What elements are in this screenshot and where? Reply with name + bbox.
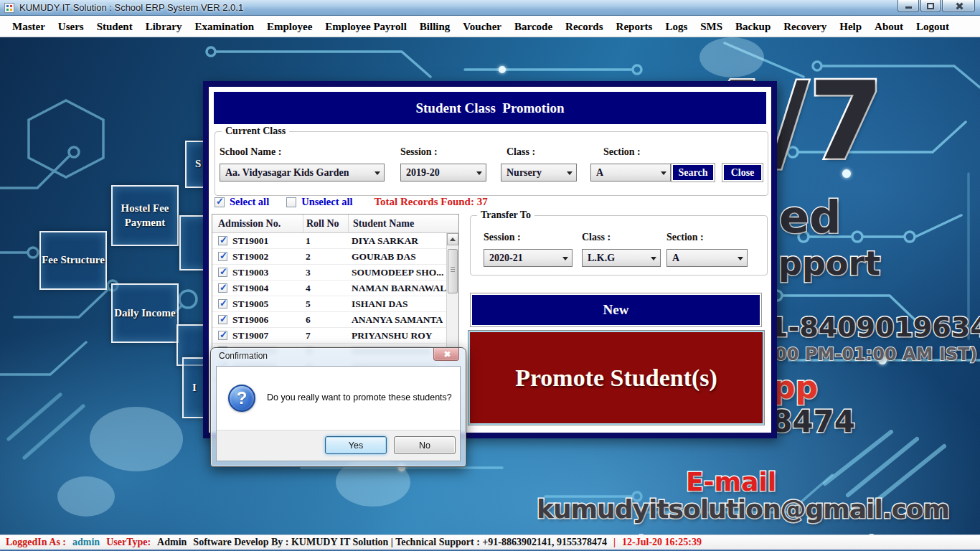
row-checkbox[interactable] (218, 331, 227, 340)
table-row[interactable]: ST19003 3 SOUMODEEP SHO... (212, 265, 448, 281)
menu-backup[interactable]: Backup (729, 16, 777, 37)
status-bar: LoggedIn As : admin UserType: Admin Soft… (0, 534, 980, 550)
roll-no: 3 (303, 267, 347, 278)
tile-hostel-fee-payment[interactable]: Hostel Fee Payment (111, 185, 179, 246)
status-separator: | (613, 537, 616, 548)
menu-logs[interactable]: Logs (659, 16, 694, 37)
section-value: A (596, 167, 603, 179)
transfer-section-dropdown[interactable]: A (666, 249, 748, 267)
logged-in-value: admin (72, 537, 100, 548)
menu-library[interactable]: Library (139, 16, 189, 37)
class-label: Class : (507, 146, 535, 158)
logged-in-label: LoggedIn As : (6, 537, 66, 548)
session-value: 2019-20 (406, 167, 440, 179)
menu-billing[interactable]: Billing (413, 16, 457, 37)
search-button[interactable]: Search (671, 163, 715, 182)
app-icon (4, 3, 14, 13)
table-row[interactable]: ST19004 4 NAMAN BARNAWAL (212, 281, 448, 296)
menu-help[interactable]: Help (833, 16, 868, 37)
close-icon (443, 351, 450, 357)
close-icon (955, 2, 963, 10)
menu-employee[interactable]: Employee (260, 16, 319, 37)
school-name-dropdown[interactable]: Aa. Vidyasagar Kids Garden (220, 164, 385, 182)
session-label: Session : (400, 146, 438, 158)
confirmation-dialog: Confirmation Do you really want to promo… (210, 347, 466, 467)
menu-reports[interactable]: Reports (610, 16, 659, 37)
background-whatsapp-fragment: pp (773, 372, 818, 403)
table-row[interactable]: ST19001 1 DIYA SARKAR (212, 233, 448, 249)
roll-no: 5 (303, 298, 347, 310)
session-dropdown[interactable]: 2019-20 (400, 164, 486, 182)
table-row[interactable]: ST19005 5 ISHANI DAS (212, 296, 448, 312)
menu-sms[interactable]: SMS (694, 16, 729, 37)
menu-voucher[interactable]: Voucher (456, 16, 508, 37)
table-row[interactable]: ST19002 2 GOURAB DAS (212, 249, 448, 265)
menu-student[interactable]: Student (90, 16, 139, 37)
scroll-up-icon[interactable] (447, 233, 458, 245)
roll-no: 6 (303, 314, 347, 326)
new-button[interactable]: New (470, 293, 762, 327)
promote-students-button[interactable]: Promote Student(s) (468, 331, 764, 425)
menu-employee-payroll[interactable]: Employee Payroll (319, 16, 413, 37)
chevron-down-icon (559, 250, 572, 266)
application-window: KUMUDY IT Solution : School ERP System V… (0, 0, 980, 551)
row-checkbox[interactable] (218, 236, 227, 245)
row-checkbox[interactable] (218, 268, 227, 277)
no-button[interactable]: No (394, 436, 456, 454)
tile-fee-structure[interactable]: Fee Structure (39, 231, 107, 290)
admission-no: ST19007 (232, 330, 268, 342)
unselect-all-checkbox[interactable] (286, 197, 296, 207)
class-value: Nursery (507, 167, 542, 179)
dialog-title: Student Class Promotion (214, 92, 766, 124)
admission-no: ST19001 (232, 235, 268, 247)
menu-about[interactable]: About (868, 16, 910, 37)
row-checkbox[interactable] (218, 252, 227, 261)
roll-no: 7 (303, 330, 347, 342)
current-class-group: Current Class School Name : Session : Cl… (215, 131, 768, 196)
maximize-button[interactable] (920, 0, 941, 12)
menu-barcode[interactable]: Barcode (508, 16, 559, 37)
yes-button[interactable]: Yes (325, 436, 387, 454)
transfer-section-label: Section : (666, 232, 704, 243)
transfer-session-value: 2020-21 (489, 253, 523, 264)
menu-logout[interactable]: Logout (910, 16, 956, 37)
transfer-class-label: Class : (582, 232, 611, 243)
column-admission-no[interactable]: Admission No. (212, 218, 303, 230)
menu-recovery[interactable]: Recovery (777, 16, 833, 37)
menu-bar: Master Users Student Library Examination… (0, 16, 980, 37)
table-row[interactable]: ST19007 7 PRIYANSHU ROY (212, 328, 448, 344)
row-checkbox[interactable] (218, 299, 227, 309)
maximize-icon (927, 3, 934, 9)
unselect-all-label: Unselect all (301, 196, 352, 208)
row-checkbox[interactable] (218, 315, 227, 324)
menu-users[interactable]: Users (52, 16, 90, 37)
transfer-class-dropdown[interactable]: L.K.G (582, 249, 661, 267)
row-checkbox[interactable] (218, 283, 227, 293)
menu-examination[interactable]: Examination (189, 16, 261, 37)
menu-records[interactable]: Records (559, 16, 610, 37)
transfer-session-dropdown[interactable]: 2020-21 (484, 249, 573, 267)
admission-no: ST19002 (232, 251, 268, 263)
window-controls (896, 0, 975, 12)
close-dialog-button[interactable]: Close (722, 163, 763, 182)
admission-no: ST19005 (232, 298, 268, 310)
scrollbar-thumb[interactable] (448, 249, 458, 293)
background-time1-fragment: 00 PM-01:00 AM IST) (775, 346, 977, 363)
class-dropdown[interactable]: Nursery (501, 164, 577, 182)
confirmation-body: Do you really want to promote these stud… (216, 366, 461, 461)
confirmation-close-button[interactable] (433, 348, 459, 361)
student-name: NAMAN BARNAWAL (347, 283, 448, 294)
menu-master[interactable]: Master (6, 16, 52, 37)
select-all-checkbox[interactable] (215, 197, 225, 207)
section-dropdown[interactable]: A (590, 164, 671, 182)
column-roll-no[interactable]: Roll No (303, 218, 348, 230)
close-button[interactable] (942, 0, 975, 12)
tile-daily-income[interactable]: Daily Income (111, 283, 179, 343)
admission-no: ST19004 (232, 283, 268, 294)
background-phone1-fragment: 1-8409019634 (769, 314, 980, 341)
table-row[interactable]: ST19006 6 ANANYA SAMANTA (212, 312, 448, 328)
minimize-button[interactable] (897, 0, 919, 12)
background-dedicated-fragment: ed (779, 195, 841, 240)
user-type-label: UserType: (106, 537, 151, 548)
column-student-name[interactable]: Student Name (349, 218, 458, 230)
